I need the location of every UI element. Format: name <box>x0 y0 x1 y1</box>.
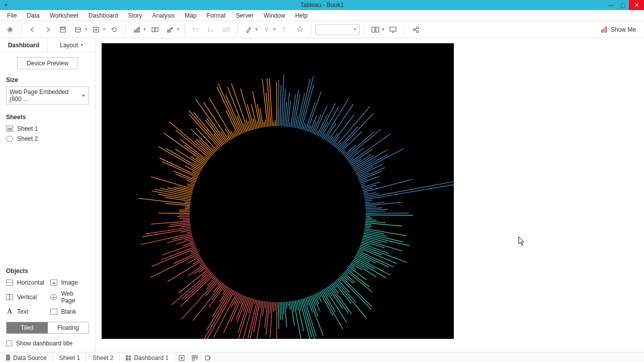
chevron-down-icon[interactable]: ▼ <box>102 27 106 32</box>
svg-line-126 <box>366 221 386 223</box>
chevron-down-icon[interactable]: ▼ <box>353 27 357 32</box>
sidebar-tab-layout[interactable]: Layout▾ <box>47 38 95 52</box>
tab-dashboard1[interactable]: Dashboard 1 <box>120 352 175 362</box>
worksheet-icon <box>6 136 13 142</box>
new-story-tab[interactable]: + <box>201 352 214 362</box>
chevron-down-icon[interactable]: ▼ <box>255 27 259 32</box>
maximize-button[interactable]: ▢ <box>617 0 629 10</box>
swap-button[interactable] <box>130 23 144 37</box>
svg-line-305 <box>185 209 190 209</box>
svg-line-116 <box>365 202 403 206</box>
sort-asc-button[interactable] <box>189 23 203 37</box>
svg-line-343 <box>194 141 212 156</box>
chevron-down-icon[interactable]: ▼ <box>176 27 180 32</box>
svg-line-219 <box>265 302 266 309</box>
chevron-down-icon[interactable]: ▼ <box>84 27 88 32</box>
minimize-button[interactable]: — <box>605 0 617 10</box>
svg-line-306 <box>185 207 190 208</box>
new-worksheet-tab[interactable] <box>175 352 188 362</box>
svg-line-224 <box>250 300 259 339</box>
svg-rect-16 <box>170 29 171 32</box>
highlight-button[interactable] <box>242 23 256 37</box>
menu-help[interactable]: Help <box>291 11 312 20</box>
clear-button[interactable] <box>163 23 177 37</box>
show-title-checkbox[interactable] <box>6 340 12 346</box>
label-button[interactable]: T <box>278 23 292 37</box>
size-dropdown[interactable]: Web Page Embedded (800 ... ▼ <box>6 86 89 105</box>
menu-data[interactable]: Data <box>23 11 43 20</box>
database-icon <box>6 355 10 360</box>
pin-button[interactable] <box>260 23 274 37</box>
svg-line-391 <box>277 82 277 127</box>
data-source-tab[interactable]: Data Source <box>0 352 53 362</box>
menu-worksheet[interactable]: Worksheet <box>46 11 83 20</box>
presentation-button[interactable] <box>386 23 400 37</box>
object-webpage[interactable]: Web Page <box>50 289 90 306</box>
tableau-logo-icon[interactable] <box>3 23 17 37</box>
svg-line-357 <box>221 131 228 142</box>
svg-line-114 <box>365 202 371 203</box>
svg-rect-13 <box>152 28 154 32</box>
svg-line-155 <box>351 263 362 270</box>
new-datasource-button[interactable] <box>71 23 85 37</box>
menu-server[interactable]: Server <box>232 11 258 20</box>
sheet-item[interactable]: Sheet 2 <box>6 134 89 144</box>
toolbar-divider <box>311 24 311 35</box>
svg-line-125 <box>366 220 377 220</box>
menu-bar: File Data Worksheet Dashboard Story Anal… <box>0 10 644 21</box>
sidebar-tab-dashboard[interactable]: Dashboard <box>0 38 47 52</box>
floating-option[interactable]: Floating <box>48 322 89 333</box>
device-preview-button[interactable]: Device Preview <box>17 57 78 69</box>
tiled-option[interactable]: Tiled <box>7 322 48 333</box>
tiled-floating-toggle[interactable]: Tiled Floating <box>6 322 89 334</box>
sheet-item[interactable]: Sheet 1 <box>6 124 89 134</box>
menu-story[interactable]: Story <box>124 11 146 20</box>
chevron-down-icon[interactable]: ▼ <box>381 27 385 32</box>
svg-line-226 <box>255 299 256 304</box>
svg-line-76 <box>340 143 348 152</box>
svg-line-130 <box>365 227 370 228</box>
undo-button[interactable] <box>26 23 40 37</box>
menu-format[interactable]: Format <box>203 11 230 20</box>
tab-sheet2[interactable]: Sheet 2 <box>87 352 120 362</box>
fit-button[interactable] <box>368 23 382 37</box>
object-image[interactable]: Image <box>50 278 90 288</box>
new-dashboard-tab[interactable]: + <box>188 352 201 362</box>
menu-file[interactable]: File <box>3 11 21 20</box>
dashboard-canvas[interactable] <box>102 43 454 339</box>
svg-line-302 <box>158 213 190 214</box>
close-button[interactable]: ✕ <box>629 0 644 10</box>
quick-filter-input[interactable]: ▼ <box>315 24 360 35</box>
menu-dashboard[interactable]: Dashboard <box>85 11 122 20</box>
redo-button[interactable] <box>41 23 55 37</box>
menu-window[interactable]: Window <box>260 11 289 20</box>
object-text[interactable]: AText <box>6 307 45 317</box>
svg-line-153 <box>353 260 368 269</box>
svg-line-260 <box>182 273 212 299</box>
object-blank[interactable]: Blank <box>50 307 90 317</box>
chevron-down-icon[interactable]: ▼ <box>143 27 147 32</box>
totals-button[interactable] <box>219 23 233 37</box>
new-worksheet-button[interactable] <box>89 23 103 37</box>
svg-line-129 <box>365 226 372 227</box>
show-me-button[interactable]: Show Me <box>596 26 641 33</box>
refresh-button[interactable] <box>107 23 121 37</box>
object-horizontal[interactable]: Horizontal <box>6 278 45 288</box>
menu-analysis[interactable]: Analysis <box>148 11 179 20</box>
sort-desc-button[interactable] <box>204 23 218 37</box>
toolbar-divider <box>237 24 237 35</box>
blank-icon <box>50 309 57 315</box>
save-button[interactable] <box>56 23 70 37</box>
object-vertical[interactable]: Vertical <box>6 289 45 306</box>
toolbar-divider <box>184 24 185 35</box>
svg-line-82 <box>346 129 381 158</box>
menu-map[interactable]: Map <box>181 11 200 20</box>
group-button[interactable] <box>148 23 162 37</box>
star-button[interactable] <box>293 23 307 37</box>
svg-rect-5 <box>61 27 64 29</box>
tab-sheet1[interactable]: Sheet 1 <box>53 352 87 362</box>
svg-line-183 <box>320 292 333 316</box>
share-button[interactable] <box>409 23 423 37</box>
show-title-label: Show dashboard title <box>16 340 72 347</box>
svg-line-53 <box>310 116 316 132</box>
